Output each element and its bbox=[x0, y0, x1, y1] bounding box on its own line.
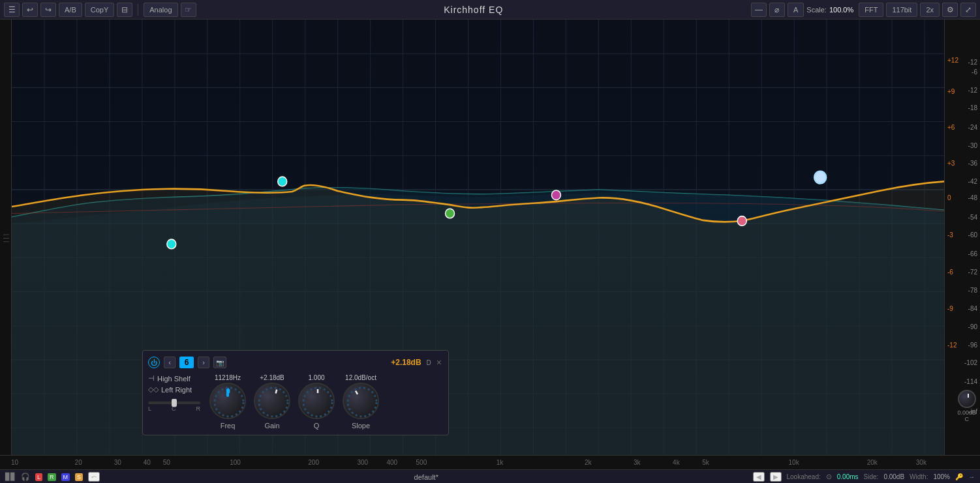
arrow-right-icon[interactable]: → bbox=[968, 473, 975, 480]
freq-500: 500 bbox=[416, 459, 427, 466]
band-d-label: D bbox=[427, 359, 431, 366]
resize-button[interactable]: ⤢ bbox=[960, 3, 976, 17]
lr-label-l: L bbox=[148, 405, 151, 412]
eq-display[interactable]: 12 dB 2.2dB 11.2kHz F8 bbox=[12, 20, 944, 455]
spl-54: -54 bbox=[968, 214, 977, 221]
clock-icon[interactable]: ⊙ bbox=[826, 473, 832, 481]
freq-30k: 30k bbox=[916, 459, 926, 466]
right-controls: — ⌀ A Scale: 100.0% FFT 117bit 2x ⚙ ⤢ bbox=[751, 3, 976, 17]
band-next-button[interactable]: › bbox=[198, 357, 209, 368]
spl-84: -84 bbox=[968, 305, 977, 312]
band-prev-button[interactable]: ‹ bbox=[164, 357, 176, 368]
right-db-scale: +12 +9 +6 +3 0 -3 -6 -9 -12 -12 -6 -12 -… bbox=[944, 20, 980, 455]
spl-30: -30 bbox=[968, 142, 977, 149]
l-badge: L bbox=[35, 473, 42, 481]
db-scale-minus9: -9 bbox=[947, 305, 953, 312]
preset-name: default* bbox=[105, 473, 747, 481]
spl-102: -102 bbox=[964, 359, 977, 366]
bottom-right-controls: Lookahead: ⊙ 0.00ms Side: 0.00dB Width: … bbox=[787, 473, 975, 481]
a-preset-button[interactable]: A bbox=[788, 3, 804, 17]
band-panel-left: ⊣ High Shelf ◇◇ Left Right L bbox=[148, 374, 200, 412]
band-type-row: ⊣ High Shelf bbox=[148, 374, 200, 383]
s-badge: S bbox=[75, 473, 83, 481]
freq-ruler: 10 20 30 40 50 100 200 300 400 500 1k 2k… bbox=[0, 455, 980, 469]
q-knob-label: Q bbox=[314, 422, 320, 430]
settings-button[interactable]: ⚙ bbox=[942, 3, 958, 17]
gain-knob-label: Gain bbox=[264, 422, 279, 430]
next-preset-button[interactable]: ▶ bbox=[770, 472, 782, 482]
eq-node-6 bbox=[814, 171, 826, 184]
side-label: Side: bbox=[864, 473, 879, 480]
oversample-button[interactable]: 2x bbox=[920, 3, 940, 17]
eq-container: ||| 12 dB 2.2dB 11.2kHz F8 bbox=[0, 20, 980, 455]
freq-4k: 4k bbox=[673, 459, 680, 466]
band-cam-button[interactable]: 📷 bbox=[213, 357, 226, 368]
spl-96: -96 bbox=[968, 342, 977, 349]
trim-button[interactable]: ⊟ bbox=[117, 3, 132, 17]
freq-200: 200 bbox=[308, 459, 319, 466]
lr-slider-track[interactable] bbox=[148, 402, 200, 404]
minimize-button[interactable]: — bbox=[751, 3, 767, 17]
db-scale-0: 0 bbox=[947, 194, 951, 201]
m-badge: M bbox=[61, 473, 70, 481]
freq-400: 400 bbox=[386, 459, 397, 466]
fft-button[interactable]: FFT bbox=[859, 3, 883, 17]
gain-value: +2.18dB bbox=[260, 374, 284, 381]
redo-button[interactable]: ↪ bbox=[40, 3, 56, 17]
freq-2k: 2k bbox=[585, 459, 592, 466]
phase-button[interactable]: ⌀ bbox=[769, 3, 785, 17]
spl-24: -24 bbox=[968, 124, 977, 131]
volume-knob-val: 0.00dB bbox=[957, 409, 976, 416]
prev-preset-button[interactable]: ◀ bbox=[753, 472, 765, 482]
undo-button[interactable]: ↩ bbox=[22, 3, 38, 17]
loop-back-button[interactable]: ⤺ bbox=[88, 472, 100, 482]
spl-48: -48 bbox=[968, 194, 977, 201]
scale-label: Scale: bbox=[806, 6, 827, 14]
freq-20k: 20k bbox=[867, 459, 878, 466]
menu-button[interactable]: ☰ bbox=[4, 3, 20, 17]
band-close-button[interactable]: × bbox=[435, 356, 443, 369]
width-label: Width: bbox=[910, 473, 928, 480]
headphone-icon[interactable]: 🎧 bbox=[21, 473, 30, 481]
band-type-label: High Shelf bbox=[157, 375, 191, 383]
waveform-icon[interactable]: ▊▊ bbox=[5, 473, 16, 481]
slope-knob[interactable] bbox=[343, 383, 379, 419]
lr-label-r: R bbox=[196, 405, 200, 412]
db-scale-plus3: +3 bbox=[947, 160, 955, 167]
eq-node-1 bbox=[167, 239, 176, 249]
svg-line-48 bbox=[356, 391, 358, 394]
app-title: Kirchhoff EQ bbox=[199, 5, 748, 15]
side-val: 0.00dB bbox=[883, 473, 904, 480]
db-scale-minus12: -12 bbox=[947, 342, 957, 349]
copy-button[interactable]: CopY bbox=[85, 3, 115, 17]
gain-knob-container: +2.18dB Gain bbox=[254, 374, 290, 430]
bit-button[interactable]: 117bit bbox=[886, 3, 917, 17]
spl-12: -12 bbox=[968, 59, 977, 66]
band-power-button[interactable]: ⏻ bbox=[148, 357, 160, 368]
left-meter: ||| bbox=[0, 20, 12, 455]
eq-node-5 bbox=[737, 216, 746, 226]
key-icon[interactable]: 🔑 bbox=[955, 473, 963, 480]
lr-slider-thumb[interactable] bbox=[172, 399, 177, 407]
ab-button[interactable]: A/B bbox=[59, 3, 82, 17]
gain-knob[interactable] bbox=[254, 383, 290, 419]
bottom-status-bar: ▊▊ 🎧 L R M S ⤺ default* ◀ ▶ Lookahead: ⊙… bbox=[0, 469, 980, 483]
freq-knob[interactable] bbox=[209, 383, 246, 419]
volume-knob-label: C bbox=[964, 416, 969, 422]
hand-tool-button[interactable]: ☞ bbox=[181, 3, 196, 17]
q-knob[interactable] bbox=[298, 383, 335, 419]
slope-knob-container: 12.0dB/oct Slope bbox=[343, 374, 379, 430]
lr-slider-section: L C R bbox=[148, 402, 200, 412]
freq-40: 40 bbox=[144, 459, 151, 466]
band-channel-label: Left Right bbox=[161, 386, 192, 394]
band-control-panel: ⏻ ‹ 6 › 📷 +2.18dB D × ⊣ High Shelf bbox=[142, 350, 449, 435]
q-knob-container: 1.000 Q bbox=[298, 374, 335, 430]
left-meter-label: ||| bbox=[3, 232, 9, 242]
volume-knob[interactable] bbox=[958, 390, 976, 408]
spl-72: -72 bbox=[968, 269, 977, 276]
band-panel-body: ⊣ High Shelf ◇◇ Left Right L bbox=[148, 374, 443, 430]
analog-button[interactable]: Analog bbox=[144, 3, 177, 17]
spl-12b: -12 bbox=[968, 87, 977, 94]
lr-diamonds: ◇◇ bbox=[148, 385, 159, 394]
db-scale-minus3: -3 bbox=[947, 231, 953, 239]
